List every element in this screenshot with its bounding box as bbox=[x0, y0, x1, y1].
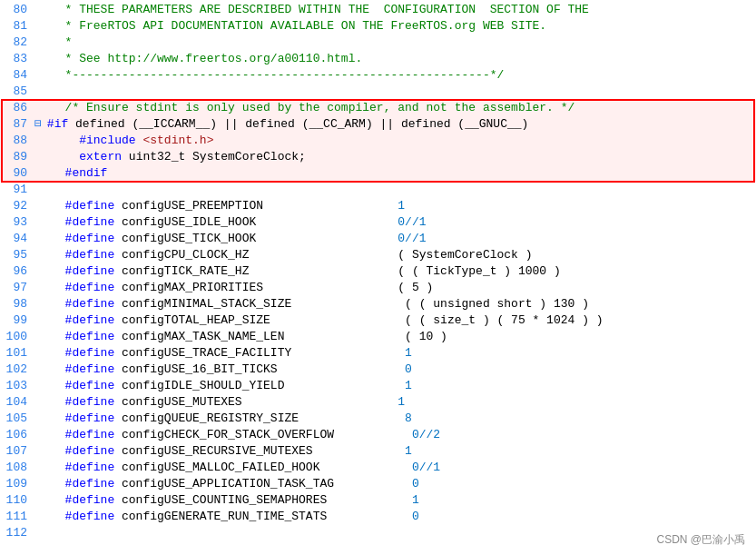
token bbox=[249, 264, 398, 278]
token: 8 bbox=[405, 411, 412, 425]
token: 0//2 bbox=[412, 428, 440, 441]
code-line: 89 extern uint32_t SystemCoreClock; bbox=[0, 149, 756, 165]
token: configUSE_MUTEXES bbox=[114, 395, 241, 409]
line-number: 81 bbox=[0, 18, 34, 35]
line-number: 99 bbox=[0, 312, 34, 329]
token: * See http://www.freertos.org/a00110.htm… bbox=[51, 52, 362, 65]
token bbox=[278, 362, 405, 376]
token: #define bbox=[51, 444, 114, 458]
line-number: 102 bbox=[0, 362, 34, 378]
token: #define bbox=[51, 199, 114, 213]
code-line: 88 #include <stdint.h> bbox=[0, 133, 756, 149]
line-content: #define configIDLE_SHOULD_YIELD 1 bbox=[47, 378, 756, 394]
token bbox=[327, 510, 412, 523]
token bbox=[242, 395, 398, 409]
line-number: 112 bbox=[0, 525, 34, 541]
line-content: #define configMAX_TASK_NAME_LEN ( 10 ) bbox=[47, 329, 756, 345]
line-content: #include <stdint.h> bbox=[47, 133, 756, 149]
token: #if bbox=[47, 117, 75, 131]
token: ( ( TickType_t ) 1000 ) bbox=[398, 264, 560, 278]
token bbox=[51, 166, 65, 180]
line-content: #define configUSE_APPLICATION_TASK_TAG 0 bbox=[47, 476, 756, 492]
line-content: #define configGENERATE_RUN_TIME_STATS 0 bbox=[47, 509, 756, 525]
line-number: 84 bbox=[0, 67, 34, 84]
token bbox=[327, 493, 412, 507]
token: #define bbox=[51, 248, 114, 262]
token: #define bbox=[51, 477, 114, 491]
token: 1 bbox=[405, 444, 412, 458]
token: defined bbox=[75, 117, 125, 131]
line-content: #endif bbox=[47, 165, 756, 182]
line-number: 89 bbox=[0, 149, 34, 165]
token bbox=[284, 379, 405, 392]
token: configUSE_RECURSIVE_MUTEXES bbox=[114, 444, 312, 458]
token: ( ( size_t ) ( 75 * 1024 ) ) bbox=[405, 313, 603, 327]
token: * bbox=[51, 35, 72, 49]
token: #define bbox=[51, 428, 114, 441]
token: 0//1 bbox=[398, 215, 426, 229]
code-line: 100 #define configMAX_TASK_NAME_LEN ( 10… bbox=[0, 329, 756, 345]
code-line: 109 #define configUSE_APPLICATION_TASK_T… bbox=[0, 476, 756, 492]
line-number: 90 bbox=[0, 165, 34, 182]
token: #define bbox=[51, 346, 114, 360]
line-number: 101 bbox=[0, 345, 34, 362]
line-content: #define configUSE_IDLE_HOOK 0//1 bbox=[47, 214, 756, 231]
token: #define bbox=[51, 232, 114, 245]
line-number: 92 bbox=[0, 198, 34, 214]
code-line: 103 #define configIDLE_SHOULD_YIELD 1 bbox=[0, 378, 756, 394]
token: * THESE PARAMETERS ARE DESCRIBED WITHIN … bbox=[51, 3, 589, 16]
token bbox=[263, 281, 398, 294]
token: configIDLE_SHOULD_YIELD bbox=[114, 379, 284, 392]
token: configUSE_APPLICATION_TASK_TAG bbox=[114, 477, 334, 491]
code-line: 87⊟#if defined (__ICCARM__) || defined (… bbox=[0, 116, 756, 133]
token: configCHECK_FOR_STACK_OVERFLOW bbox=[114, 428, 334, 441]
line-number: 108 bbox=[0, 460, 34, 476]
token: (__ICCARM__) || bbox=[125, 117, 246, 131]
token: defined bbox=[245, 117, 295, 131]
token bbox=[51, 134, 79, 147]
code-line: 106 #define configCHECK_FOR_STACK_OVERFL… bbox=[0, 427, 756, 443]
token: 0//1 bbox=[412, 461, 440, 474]
line-content: #define configUSE_16_BIT_TICKS 0 bbox=[47, 362, 756, 378]
code-line: 104 #define configUSE_MUTEXES 1 bbox=[0, 394, 756, 411]
token bbox=[291, 297, 405, 311]
token bbox=[256, 215, 398, 229]
token: 0 bbox=[405, 362, 412, 376]
line-number: 94 bbox=[0, 231, 34, 247]
line-number: 91 bbox=[0, 182, 34, 198]
token: #define bbox=[51, 395, 114, 409]
token: #define bbox=[51, 379, 114, 392]
line-number: 110 bbox=[0, 492, 34, 509]
token: configUSE_COUNTING_SEMAPHORES bbox=[114, 493, 327, 507]
line-content: #define configUSE_TRACE_FACILITY 1 bbox=[47, 345, 756, 362]
line-number: 87 bbox=[0, 116, 34, 133]
code-line: 101 #define configUSE_TRACE_FACILITY 1 bbox=[0, 345, 756, 362]
token: configUSE_PREEMPTION bbox=[114, 199, 263, 213]
token: #define bbox=[51, 330, 114, 343]
token: 1 bbox=[405, 346, 412, 360]
token: <stdint.h> bbox=[142, 134, 213, 147]
token: defined bbox=[401, 117, 451, 131]
line-content: #define configCHECK_FOR_STACK_OVERFLOW 0… bbox=[47, 427, 756, 443]
token: configUSE_TICK_HOOK bbox=[114, 232, 256, 245]
code-line: 102 #define configUSE_16_BIT_TICKS 0 bbox=[0, 362, 756, 378]
token: 1 bbox=[398, 199, 405, 213]
fold-marker[interactable]: ⊟ bbox=[34, 116, 42, 133]
code-line: 96 #define configTICK_RATE_HZ ( ( TickTy… bbox=[0, 263, 756, 280]
token: extern bbox=[79, 150, 122, 164]
code-line: 110 #define configUSE_COUNTING_SEMAPHORE… bbox=[0, 492, 756, 509]
token: #include bbox=[79, 134, 135, 147]
code-line: 98 #define configMINIMAL_STACK_SIZE ( ( … bbox=[0, 296, 756, 312]
code-line: 92 #define configUSE_PREEMPTION 1 bbox=[0, 198, 756, 214]
line-number: 96 bbox=[0, 263, 34, 280]
line-content: * FreeRTOS API DOCUMENTATION AVAILABLE O… bbox=[47, 18, 756, 35]
token bbox=[319, 461, 411, 474]
line-number: 85 bbox=[0, 84, 34, 100]
line-content: * See http://www.freertos.org/a00110.htm… bbox=[47, 51, 756, 67]
line-number: 95 bbox=[0, 247, 34, 263]
token: #define bbox=[51, 510, 114, 523]
token: ( ( unsigned short ) 130 ) bbox=[405, 297, 589, 311]
watermark: CSDN @巴渝小禹 bbox=[656, 532, 745, 548]
token bbox=[256, 232, 398, 245]
line-content: *---------------------------------------… bbox=[47, 67, 756, 84]
